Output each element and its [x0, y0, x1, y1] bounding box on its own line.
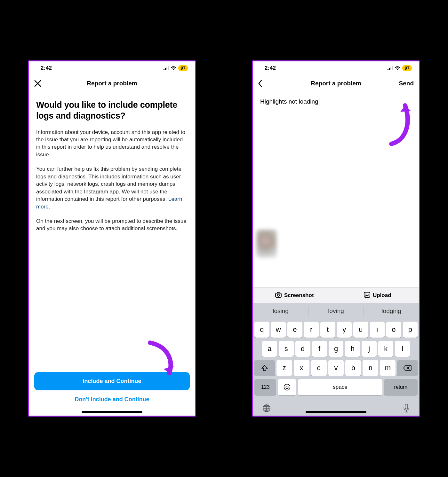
heading: Would you like to include complete logs …	[36, 100, 188, 121]
key-r[interactable]: r	[304, 322, 319, 338]
input-text-value: Highlights not loading	[260, 98, 318, 105]
key-z[interactable]: z	[276, 360, 292, 376]
svg-point-5	[286, 386, 287, 387]
key-o[interactable]: o	[386, 322, 401, 338]
key-x[interactable]: x	[294, 360, 309, 376]
home-indicator[interactable]	[306, 411, 366, 413]
screenshot-button[interactable]: Screenshot	[253, 288, 336, 303]
camera-icon	[275, 292, 282, 299]
page-title: Report a problem	[311, 80, 361, 87]
battery-indicator: 97	[178, 65, 188, 71]
status-bar: 2:42 97	[253, 61, 419, 75]
content-body: Would you like to include complete logs …	[29, 92, 195, 232]
key-g[interactable]: g	[329, 341, 344, 357]
key-i[interactable]: i	[370, 322, 385, 338]
upload-label: Upload	[373, 292, 391, 299]
key-c[interactable]: c	[311, 360, 327, 376]
app-header: Report a problem Send	[253, 75, 419, 92]
key-a[interactable]: a	[262, 341, 277, 357]
keyboard-suggestion-bar: losing loving lodging	[253, 303, 419, 319]
image-icon	[364, 292, 370, 299]
paragraph-2: You can further help us fix this problem…	[36, 165, 188, 210]
key-e[interactable]: e	[287, 322, 302, 338]
key-t[interactable]: t	[320, 322, 335, 338]
key-m[interactable]: m	[380, 360, 396, 376]
key-123[interactable]: 123	[254, 379, 276, 395]
include-and-continue-button[interactable]: Include and Continue	[34, 372, 190, 390]
back-icon[interactable]	[258, 79, 263, 88]
paragraph-2-period: .	[49, 204, 50, 210]
svg-point-1	[277, 294, 280, 296]
key-p[interactable]: p	[403, 322, 418, 338]
suggestion-1[interactable]: losing	[253, 303, 308, 319]
keyboard-container: Screenshot Upload losing loving lodging …	[253, 287, 419, 416]
key-y[interactable]: y	[337, 322, 352, 338]
keyboard-bottom-bar	[253, 400, 419, 416]
svg-point-6	[288, 386, 289, 387]
key-q[interactable]: q	[254, 322, 269, 338]
key-b[interactable]: b	[345, 360, 361, 376]
shift-icon	[261, 365, 268, 371]
backspace-icon	[403, 365, 412, 371]
svg-rect-0	[276, 293, 281, 297]
key-u[interactable]: u	[353, 322, 368, 338]
cellular-signal-icon	[164, 66, 169, 70]
key-backspace[interactable]	[397, 360, 418, 376]
emoji-icon	[283, 383, 291, 391]
text-cursor-icon	[319, 98, 319, 105]
screenshot-thumbnail[interactable]	[256, 230, 277, 258]
attachment-action-bar: Screenshot Upload	[253, 287, 419, 303]
key-space[interactable]: space	[298, 379, 382, 395]
phone-screen-left: 2:42 97 Report a problem Would you like …	[28, 60, 196, 417]
home-indicator[interactable]	[82, 411, 142, 413]
key-return[interactable]: return	[384, 379, 418, 395]
status-bar: 2:42 97	[29, 61, 195, 75]
keyboard-row-1: q w e r t y u i o p	[254, 322, 418, 338]
dictation-icon[interactable]	[403, 403, 410, 413]
paragraph-2-text: You can further help us fix this problem…	[36, 166, 181, 202]
paragraph-3: On the next screen, you will be prompted…	[36, 217, 188, 232]
key-s[interactable]: s	[279, 341, 294, 357]
status-time: 2:42	[265, 65, 276, 71]
cellular-signal-icon	[388, 66, 393, 70]
key-v[interactable]: v	[328, 360, 344, 376]
paragraph-1: Information about your device, account a…	[36, 129, 188, 159]
key-l[interactable]: l	[395, 341, 410, 357]
svg-rect-9	[405, 404, 408, 409]
bottom-actions: Include and Continue Don't Include and C…	[29, 372, 195, 416]
suggestion-2[interactable]: loving	[308, 306, 364, 317]
close-icon[interactable]	[34, 79, 42, 88]
svg-point-4	[284, 384, 290, 390]
keyboard-row-4: 123 space return	[254, 379, 418, 395]
screenshot-label: Screenshot	[284, 292, 314, 299]
key-d[interactable]: d	[295, 341, 310, 357]
key-h[interactable]: h	[345, 341, 360, 357]
battery-indicator: 97	[402, 65, 412, 71]
app-header: Report a problem	[29, 75, 195, 92]
key-f[interactable]: f	[312, 341, 327, 357]
key-n[interactable]: n	[363, 360, 378, 376]
status-time: 2:42	[41, 65, 52, 71]
phone-screen-right: 2:42 97 Report a problem Send Highlights…	[252, 60, 420, 417]
keyboard: q w e r t y u i o p a s d f g h	[253, 319, 419, 400]
globe-icon[interactable]	[262, 404, 271, 413]
send-button[interactable]: Send	[399, 75, 414, 92]
key-j[interactable]: j	[362, 341, 377, 357]
suggestion-3[interactable]: lodging	[364, 306, 419, 317]
page-title: Report a problem	[87, 80, 137, 87]
upload-button[interactable]: Upload	[336, 288, 419, 303]
key-k[interactable]: k	[378, 341, 393, 357]
keyboard-row-3: z x c v b n m	[254, 360, 418, 376]
status-icons: 97	[164, 65, 188, 71]
wifi-icon	[171, 66, 176, 70]
problem-description-input[interactable]: Highlights not loading	[253, 92, 419, 111]
key-shift[interactable]	[254, 360, 275, 376]
key-emoji[interactable]	[278, 379, 296, 395]
status-icons: 97	[388, 65, 412, 71]
dont-include-and-continue-button[interactable]: Don't Include and Continue	[34, 390, 190, 406]
keyboard-row-2: a s d f g h j k l	[254, 341, 418, 357]
svg-point-3	[365, 293, 366, 294]
wifi-icon	[395, 66, 400, 70]
key-w[interactable]: w	[271, 322, 286, 338]
